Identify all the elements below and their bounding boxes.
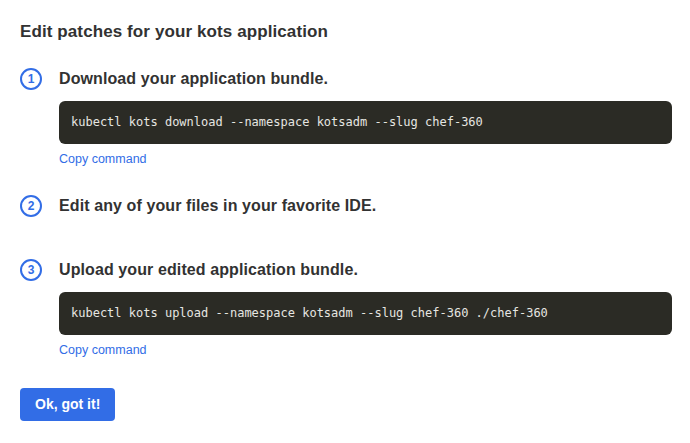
step-heading: Edit any of your files in your favorite … bbox=[59, 195, 672, 217]
step-number-badge: 1 bbox=[20, 68, 42, 90]
ok-got-it-button[interactable]: Ok, got it! bbox=[20, 388, 115, 421]
step-heading: Download your application bundle. bbox=[59, 68, 672, 90]
page-title: Edit patches for your kots application bbox=[20, 22, 672, 42]
copy-download-command-link[interactable]: Copy command bbox=[59, 152, 147, 166]
upload-command-text: kubectl kots upload --namespace kotsadm … bbox=[71, 306, 660, 321]
step-edit: 2 Edit any of your files in your favorit… bbox=[20, 195, 672, 217]
step-number: 1 bbox=[28, 73, 35, 85]
copy-upload-command-link[interactable]: Copy command bbox=[59, 343, 147, 357]
step-number: 2 bbox=[28, 200, 35, 212]
download-command-snippet: kubectl kots download --namespace kotsad… bbox=[59, 101, 672, 144]
download-command-text: kubectl kots download --namespace kotsad… bbox=[71, 115, 660, 130]
step-number: 3 bbox=[28, 264, 35, 276]
step-number-badge: 3 bbox=[20, 259, 42, 281]
step-upload: 3 Upload your edited application bundle.… bbox=[20, 259, 672, 358]
step-heading: Upload your edited application bundle. bbox=[59, 259, 672, 281]
step-number-badge: 2 bbox=[20, 195, 42, 217]
step-download: 1 Download your application bundle. kube… bbox=[20, 68, 672, 167]
edit-patches-page: Edit patches for your kots application 1… bbox=[0, 0, 690, 421]
upload-command-snippet: kubectl kots upload --namespace kotsadm … bbox=[59, 292, 672, 335]
